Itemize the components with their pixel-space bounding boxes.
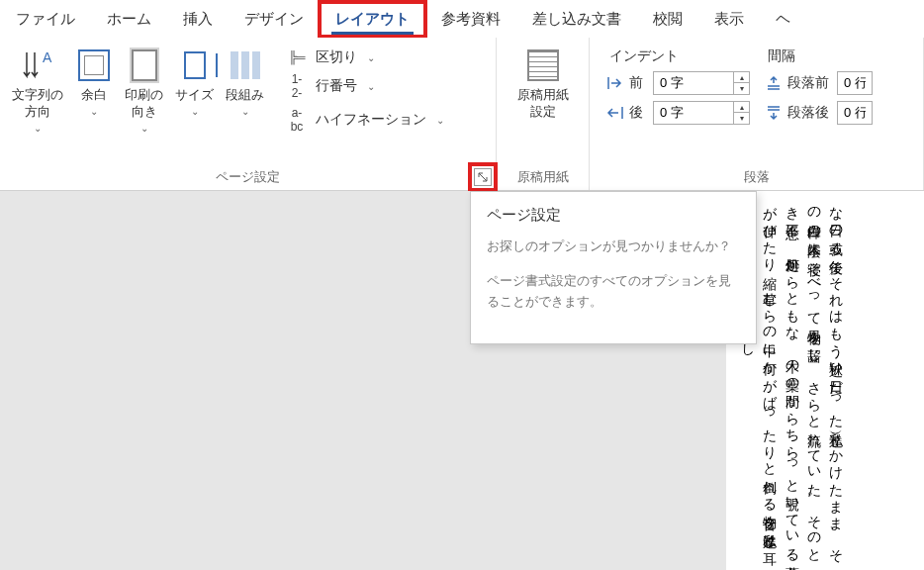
columns-icon bbox=[231, 51, 260, 79]
indent-before-label: 前 bbox=[629, 74, 649, 92]
caret-down-icon: ⌄ bbox=[34, 123, 42, 134]
caret-down-icon: ⌄ bbox=[367, 52, 375, 63]
text-direction-button[interactable]: A 文字列の 方向 ⌄ bbox=[6, 42, 69, 164]
indent-after-input[interactable]: ▴▾ bbox=[653, 101, 750, 125]
manuscript-label: 原稿用紙 設定 bbox=[517, 87, 569, 121]
hyphenation-icon: a-bc bbox=[284, 106, 310, 134]
indent-after-field[interactable] bbox=[654, 104, 733, 123]
space-after-field[interactable] bbox=[838, 104, 872, 123]
line-numbers-icon: 1-2- bbox=[284, 72, 310, 100]
tab-mailings[interactable]: 差し込み文書 bbox=[516, 2, 637, 37]
space-after-icon bbox=[764, 105, 784, 121]
document-area: な日の或る午後、（それはもう秋近い日だった）私達 かけたまま、その白樺の木蔭に寝… bbox=[0, 191, 924, 570]
indent-after-label: 後 bbox=[629, 104, 649, 122]
breaks-menu[interactable]: ╠═ 区切り ⌄ bbox=[278, 46, 450, 69]
margins-button[interactable]: 余白 ⌄ bbox=[69, 42, 119, 164]
text-direction-label: 文字列の 方向 bbox=[12, 87, 63, 121]
indent-left-icon bbox=[605, 75, 625, 91]
group-manuscript: 原稿用紙 設定 原稿用紙 bbox=[497, 38, 590, 190]
orientation-icon bbox=[132, 49, 157, 81]
spinner-down-icon[interactable]: ▾ bbox=[734, 113, 749, 124]
caret-down-icon: ⌄ bbox=[191, 106, 199, 117]
space-before-label: 段落前 bbox=[787, 74, 833, 92]
space-before-icon bbox=[764, 75, 784, 91]
text-direction-icon: A bbox=[21, 46, 54, 85]
ribbon-tabs: ファイル ホーム 挿入 デザイン レイアウト 参考資料 差し込み文書 校閲 表示… bbox=[0, 0, 924, 38]
indent-header: インデント bbox=[605, 48, 750, 65]
indent-right-icon bbox=[605, 105, 625, 121]
tooltip-title: ページ設定 bbox=[487, 206, 740, 225]
tab-home[interactable]: ホーム bbox=[91, 2, 167, 37]
launcher-arrow-icon bbox=[477, 171, 489, 183]
tab-view[interactable]: 表示 bbox=[698, 2, 760, 37]
manuscript-icon bbox=[527, 49, 559, 81]
columns-label: 段組み bbox=[226, 87, 264, 104]
tooltip: ページ設定 お探しのオプションが見つかりませんか？ ページ書式設定のすべてのオプ… bbox=[470, 191, 757, 344]
line-numbers-label: 行番号 bbox=[316, 77, 357, 95]
tab-review[interactable]: 校閲 bbox=[637, 2, 698, 37]
margins-label: 余白 bbox=[81, 87, 107, 104]
tab-references[interactable]: 参考資料 bbox=[425, 2, 516, 37]
spinner[interactable]: ▴▾ bbox=[733, 72, 749, 94]
ribbon: A 文字列の 方向 ⌄ 余白 ⌄ 印刷の 向き ⌄ サイズ ⌄ bbox=[0, 38, 924, 191]
page-setup-group-label: ページ設定 bbox=[6, 164, 490, 190]
space-before-input[interactable] bbox=[837, 71, 873, 95]
indent-before-field[interactable] bbox=[654, 74, 733, 93]
breaks-icon: ╠═ bbox=[284, 50, 310, 64]
space-before-field[interactable] bbox=[838, 74, 872, 93]
spinner-down-icon[interactable]: ▾ bbox=[734, 83, 749, 94]
group-page-setup: A 文字列の 方向 ⌄ 余白 ⌄ 印刷の 向き ⌄ サイズ ⌄ bbox=[0, 38, 497, 190]
manuscript-button[interactable]: 原稿用紙 設定 bbox=[511, 42, 575, 164]
size-icon bbox=[184, 51, 206, 79]
margins-icon bbox=[78, 49, 110, 81]
tab-insert[interactable]: 挿入 bbox=[167, 2, 229, 37]
spinner[interactable]: ▴▾ bbox=[733, 102, 749, 124]
line-numbers-menu[interactable]: 1-2- 行番号 ⌄ bbox=[278, 69, 450, 103]
orientation-button[interactable]: 印刷の 向き ⌄ bbox=[119, 42, 169, 164]
manuscript-group-label: 原稿用紙 bbox=[503, 164, 583, 190]
indent-before-input[interactable]: ▴▾ bbox=[653, 71, 750, 95]
caret-down-icon: ⌄ bbox=[90, 106, 98, 117]
size-label: サイズ bbox=[175, 87, 214, 104]
spacing-header: 間隔 bbox=[764, 48, 873, 65]
caret-down-icon: ⌄ bbox=[436, 115, 444, 126]
tab-layout[interactable]: レイアウト bbox=[320, 2, 425, 37]
tab-design[interactable]: デザイン bbox=[229, 2, 320, 37]
orientation-label: 印刷の 向き bbox=[125, 87, 163, 121]
hyphenation-label: ハイフネーション bbox=[316, 111, 426, 129]
hyphenation-menu[interactable]: a-bc ハイフネーション ⌄ bbox=[278, 103, 450, 137]
columns-button[interactable]: 段組み ⌄ bbox=[220, 42, 270, 164]
tab-more[interactable]: ヘ bbox=[760, 2, 806, 37]
tooltip-line1: お探しのオプションが見つかりませんか？ bbox=[487, 237, 740, 257]
space-after-label: 段落後 bbox=[787, 104, 833, 122]
size-button[interactable]: サイズ ⌄ bbox=[169, 42, 220, 164]
caret-down-icon: ⌄ bbox=[241, 106, 249, 117]
spinner-up-icon[interactable]: ▴ bbox=[734, 72, 749, 83]
group-paragraph: インデント 前 ▴▾ 後 ▴▾ bbox=[590, 38, 924, 190]
page-setup-dialog-launcher[interactable] bbox=[474, 168, 492, 186]
caret-down-icon: ⌄ bbox=[140, 123, 148, 134]
tooltip-line2: ページ書式設定のすべてのオプションを見ることができます。 bbox=[487, 271, 740, 313]
tab-file[interactable]: ファイル bbox=[0, 2, 91, 37]
breaks-label: 区切り bbox=[316, 48, 357, 66]
paragraph-group-label: 段落 bbox=[596, 164, 917, 190]
caret-down-icon: ⌄ bbox=[367, 81, 375, 92]
svg-text:A: A bbox=[43, 49, 52, 65]
space-after-input[interactable] bbox=[837, 101, 873, 125]
spinner-up-icon[interactable]: ▴ bbox=[734, 102, 749, 113]
